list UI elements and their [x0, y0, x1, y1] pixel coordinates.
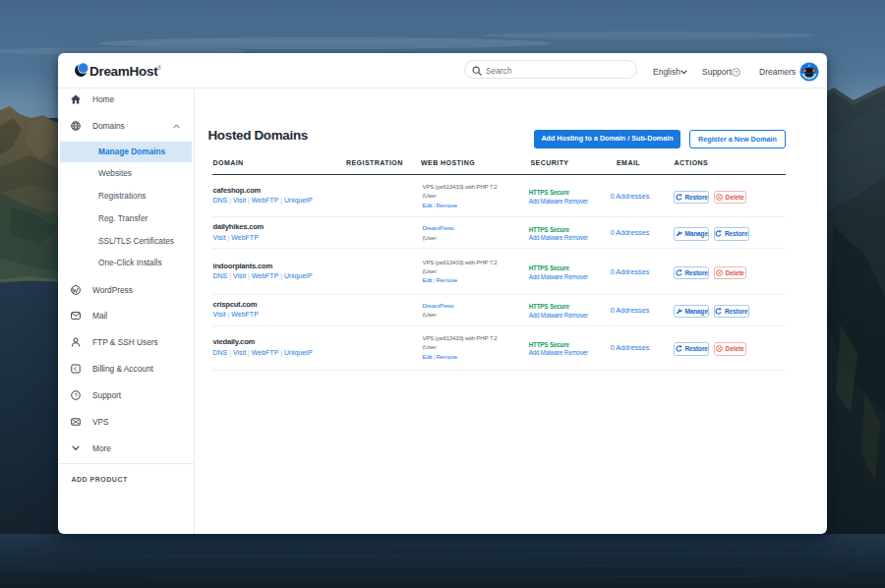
svg-text:?: ?	[74, 392, 78, 398]
svg-text:?: ?	[735, 70, 738, 76]
